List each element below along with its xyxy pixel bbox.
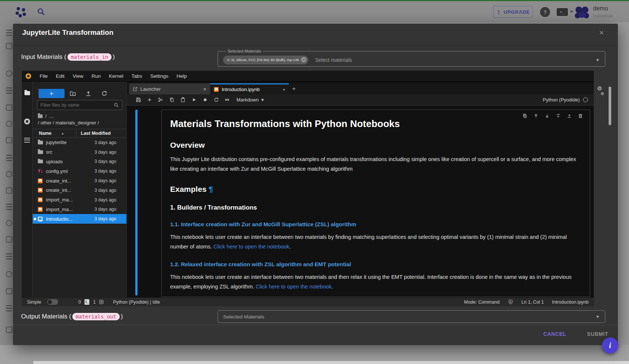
filter-files-input[interactable] [37, 103, 114, 108]
file-row-selected[interactable]: Introductio... 3 days ago [33, 214, 126, 224]
upgrade-button[interactable]: UPGRADE [493, 6, 533, 18]
nb-section12-link-heading[interactable]: 1.2. Relaxed interface creation with ZSL… [170, 261, 582, 267]
app-rail-icon[interactable] [6, 187, 12, 194]
app-rail-icon[interactable] [6, 70, 12, 77]
menu-tabs[interactable]: Tabs [128, 73, 146, 79]
output-materials-select[interactable]: Selected Materials ▼ [218, 310, 605, 323]
new-tab-button[interactable]: + [289, 83, 299, 94]
trust-shield-icon[interactable] [508, 299, 513, 305]
terminal-count-icon[interactable]: $_ [85, 299, 89, 305]
app-rail-icon[interactable] [6, 253, 12, 260]
file-browser-icon[interactable] [24, 91, 30, 95]
restart-run-all-icon[interactable] [222, 97, 233, 103]
app-rail-icon[interactable] [6, 30, 12, 36]
terminal-caret-icon[interactable] [570, 11, 573, 13]
file-row[interactable]: create_int... 3 days ago [33, 186, 126, 195]
settings-gears-icon[interactable]: ⚙ ⚙ [597, 86, 604, 96]
app-rail-icon[interactable] [6, 236, 12, 243]
nb-section11-link-heading[interactable]: 1.1. Interface creation with Zur and McG… [170, 221, 582, 227]
anchor-pilcrow[interactable]: ¶ [209, 185, 213, 193]
column-name[interactable]: Name ▲ [33, 131, 76, 136]
file-row[interactable]: src 3 days ago [33, 147, 126, 157]
menu-settings[interactable]: Settings [146, 73, 172, 79]
file-row[interactable]: jupyterlite 3 days ago [33, 138, 126, 147]
add-cell-icon[interactable] [144, 97, 155, 103]
app-rail-icon[interactable] [6, 104, 12, 111]
duplicate-cell-icon[interactable] [522, 113, 527, 118]
app-rail-icon[interactable] [6, 155, 12, 161]
tab-launcher[interactable]: Launcher × [129, 83, 210, 94]
kernel-state-label[interactable]: Python (Pyodide) | Idle [113, 300, 160, 305]
new-launcher-button[interactable]: + [39, 89, 64, 98]
search-icon[interactable] [37, 8, 45, 16]
app-logo-icon[interactable] [16, 7, 27, 17]
file-row[interactable]: import_ma... 3 days ago [33, 195, 126, 205]
move-cell-up-icon[interactable] [533, 113, 539, 118]
file-row[interactable]: import_ma... 3 days ago [33, 205, 126, 214]
open-notebook-link[interactable]: Click here to open the notebook [213, 244, 289, 250]
breadcrumb-path[interactable]: / other / materials_designer / [38, 120, 99, 126]
stop-kernel-icon[interactable] [199, 97, 211, 103]
menu-view[interactable]: View [69, 73, 87, 79]
info-fab-button[interactable]: i [602, 337, 618, 354]
kernel-indicator[interactable]: Python (Pyodide) [543, 97, 588, 103]
app-rail-icon[interactable] [6, 288, 12, 294]
copy-cells-icon[interactable] [166, 97, 177, 103]
user-avatar[interactable] [574, 4, 590, 20]
menu-help[interactable]: Help [172, 73, 191, 79]
app-rail-icon[interactable] [6, 87, 12, 94]
tab-introduction-notebook[interactable]: Introduction.ipynb ● [210, 83, 289, 94]
menu-file[interactable]: File [36, 73, 52, 79]
input-materials-select[interactable]: Selected Materials 0: Si, Silicon, FCC (… [218, 49, 605, 67]
breadcrumb-ellipsis[interactable]: … [49, 113, 54, 119]
move-cell-down-icon[interactable] [544, 113, 550, 118]
app-rail-icon[interactable] [6, 204, 12, 210]
app-rail-icon[interactable] [6, 327, 12, 333]
menu-run[interactable]: Run [87, 73, 105, 79]
column-last-modified[interactable]: Last Modified [76, 129, 126, 137]
cancel-button[interactable]: CANCEL [541, 328, 569, 340]
app-rail-icon[interactable] [6, 220, 12, 226]
upload-icon[interactable] [85, 90, 92, 97]
insert-cell-below-icon[interactable] [567, 113, 572, 118]
cursor-position-label[interactable]: Ln 1, Col 1 [522, 300, 544, 305]
filter-files-field[interactable] [37, 100, 122, 110]
simple-mode-toggle[interactable] [47, 299, 58, 305]
breadcrumb-root[interactable]: / [45, 113, 47, 119]
open-notebook-link[interactable]: Click here to open the notebook [256, 284, 332, 290]
file-row[interactable]: uploads 3 days ago [33, 157, 126, 167]
app-rail-icon[interactable] [6, 305, 12, 311]
refresh-icon[interactable] [101, 90, 107, 97]
home-folder-icon[interactable] [38, 114, 43, 118]
running-kernels-icon[interactable] [24, 118, 30, 124]
delete-cell-icon[interactable] [578, 113, 583, 118]
menu-kernel[interactable]: Kernel [105, 73, 128, 79]
tab-close-icon[interactable]: × [203, 86, 206, 92]
chevron-down-icon[interactable]: ▼ [596, 58, 600, 62]
chip-remove-icon[interactable]: × [301, 57, 307, 63]
kernel-count-icon[interactable] [99, 300, 103, 304]
file-row[interactable]: create_int... 3 days ago [33, 176, 126, 186]
markdown-cell[interactable]: Materials Transformations with Python No… [161, 110, 590, 297]
dialog-scrollbar[interactable] [609, 87, 611, 125]
close-icon[interactable]: × [597, 28, 606, 37]
app-rail-icon[interactable] [6, 171, 12, 177]
insert-cell-above-icon[interactable] [556, 113, 561, 118]
paste-cells-icon[interactable] [177, 97, 188, 103]
app-rail-icon[interactable] [6, 137, 12, 143]
new-folder-icon[interactable] [70, 90, 76, 97]
file-row[interactable]: Y: config.yml 3 days ago [33, 166, 126, 176]
cell-type-dropdown[interactable]: Markdown ▾ [236, 97, 264, 103]
restart-kernel-icon[interactable] [211, 97, 222, 103]
cut-cells-icon[interactable] [155, 97, 166, 103]
selected-material-chip[interactable]: 0: Si, Silicon, FCC (Fd-3m) 3D (Bulk), m… [223, 56, 308, 64]
run-cell-icon[interactable] [188, 97, 199, 103]
help-button[interactable]: ? [540, 7, 550, 17]
save-icon[interactable] [133, 97, 144, 103]
table-of-contents-icon[interactable] [24, 138, 30, 143]
app-rail-icon[interactable] [6, 43, 12, 49]
terminal-menu-button[interactable]: >_ [557, 8, 568, 16]
app-rail-icon[interactable] [6, 271, 12, 277]
menu-edit[interactable]: Edit [52, 73, 69, 79]
active-cell-bar[interactable] [135, 110, 138, 295]
